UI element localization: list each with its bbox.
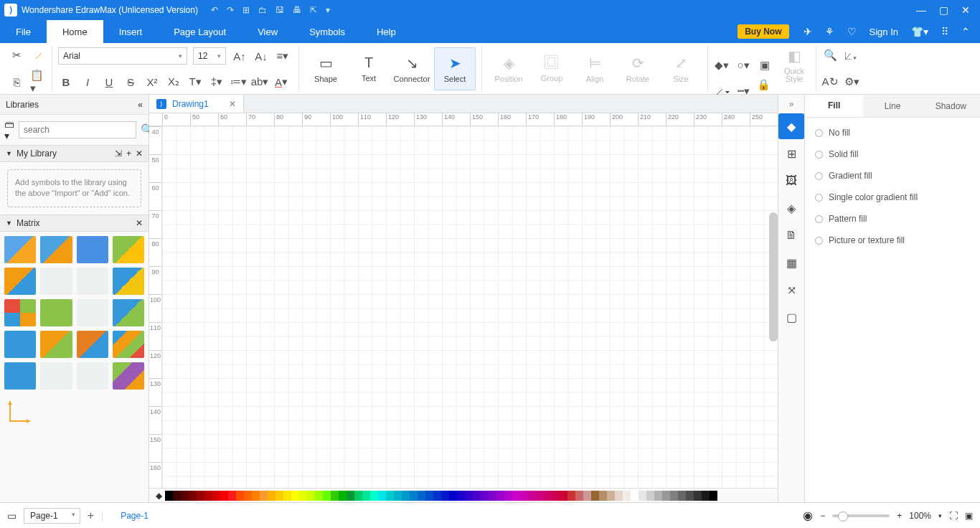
matrix-shape[interactable] bbox=[77, 236, 108, 263]
color-swatch[interactable] bbox=[236, 491, 244, 501]
group-button[interactable]: ⿴Group bbox=[531, 47, 573, 90]
color-swatch[interactable] bbox=[331, 491, 339, 501]
crop-icon[interactable]: ⟀▾ bbox=[844, 47, 859, 63]
color-swatch[interactable] bbox=[252, 491, 260, 501]
subscript-icon[interactable]: X₂ bbox=[166, 74, 182, 90]
color-swatch[interactable] bbox=[425, 491, 433, 501]
color-swatch[interactable] bbox=[489, 491, 496, 501]
color-swatch[interactable] bbox=[512, 491, 520, 501]
color-swatch[interactable] bbox=[552, 491, 560, 501]
matrix-shape[interactable] bbox=[77, 268, 108, 295]
color-swatch[interactable] bbox=[204, 491, 212, 501]
color-swatch[interactable] bbox=[702, 491, 710, 501]
color-swatch[interactable] bbox=[220, 491, 228, 501]
page-list-icon[interactable]: ▭ bbox=[7, 510, 17, 522]
zoom-in-icon[interactable]: + bbox=[897, 511, 902, 521]
quick-style-button[interactable]: ◧Quick Style bbox=[778, 47, 810, 83]
color-swatch[interactable] bbox=[623, 491, 631, 501]
color-swatch[interactable] bbox=[291, 491, 299, 501]
superscript-icon[interactable]: X² bbox=[144, 74, 160, 90]
collapse-panel-icon[interactable]: « bbox=[138, 100, 143, 110]
rotate-button[interactable]: ⟳Rotate bbox=[617, 47, 659, 90]
color-swatch[interactable] bbox=[449, 491, 457, 501]
share-icon[interactable]: ⚘ bbox=[825, 26, 834, 37]
paste-icon[interactable]: 📋▾ bbox=[30, 74, 46, 90]
fill-option[interactable]: Single color gradient fill bbox=[815, 192, 970, 202]
tab-insert[interactable]: Insert bbox=[103, 20, 159, 43]
color-swatch[interactable] bbox=[402, 491, 410, 501]
select-button[interactable]: ➤Select bbox=[434, 47, 476, 90]
cut-icon[interactable]: ✂ bbox=[9, 47, 24, 63]
export-icon[interactable]: ⇱ bbox=[310, 5, 317, 15]
tab-symbols[interactable]: Symbols bbox=[293, 20, 361, 43]
prop-tab-line[interactable]: Line bbox=[863, 95, 921, 117]
mylib-add-icon[interactable]: + bbox=[126, 148, 131, 159]
fill-option[interactable]: Pattern fill bbox=[815, 214, 970, 224]
axis-shape-icon[interactable] bbox=[7, 398, 33, 424]
layout-panel-icon[interactable]: ⊞ bbox=[778, 141, 804, 166]
tab-file[interactable]: File bbox=[0, 20, 47, 43]
send-icon[interactable]: ✈ bbox=[804, 26, 812, 37]
color-swatch[interactable] bbox=[457, 491, 465, 501]
color-swatch[interactable] bbox=[654, 491, 662, 501]
align-button[interactable]: ⊨Align bbox=[574, 47, 616, 90]
fill-tool-icon[interactable]: ◆▾ bbox=[714, 57, 730, 73]
color-swatch[interactable] bbox=[575, 491, 583, 501]
matrix-shape[interactable] bbox=[40, 299, 72, 326]
close-tab-icon[interactable]: ✕ bbox=[229, 99, 236, 109]
comment-panel-icon[interactable]: ▢ bbox=[778, 304, 804, 330]
color-swatch[interactable] bbox=[496, 491, 504, 501]
add-page-icon[interactable]: + bbox=[88, 509, 94, 522]
color-swatch[interactable] bbox=[339, 491, 347, 501]
shuffle-panel-icon[interactable]: ⤧ bbox=[778, 277, 804, 303]
line-tool-icon[interactable]: ○▾ bbox=[735, 57, 751, 73]
color-swatch[interactable] bbox=[662, 491, 670, 501]
bullets-icon[interactable]: ≔▾ bbox=[230, 74, 246, 90]
color-swatch[interactable] bbox=[686, 491, 694, 501]
color-swatch[interactable] bbox=[354, 491, 362, 501]
save-icon[interactable]: 🖫 bbox=[275, 5, 284, 15]
apps-icon[interactable]: ⠿ bbox=[941, 26, 948, 37]
matrix-shape[interactable] bbox=[77, 299, 108, 326]
color-swatch[interactable] bbox=[378, 491, 386, 501]
color-swatch[interactable] bbox=[418, 491, 425, 501]
color-swatch[interactable] bbox=[631, 491, 639, 501]
font-name-combo[interactable]: Arial bbox=[58, 47, 187, 65]
matrix-shape[interactable] bbox=[4, 268, 36, 295]
more-edit-icon[interactable]: ⚙▾ bbox=[844, 74, 859, 90]
fill-option[interactable]: No fill bbox=[815, 128, 970, 138]
copy-icon[interactable]: ⎘ bbox=[9, 74, 24, 90]
color-swatch[interactable] bbox=[583, 491, 591, 501]
color-swatch[interactable] bbox=[307, 491, 315, 501]
color-swatch[interactable] bbox=[670, 491, 678, 501]
matrix-shape[interactable] bbox=[113, 268, 144, 295]
signin-link[interactable]: Sign In bbox=[870, 27, 898, 37]
shape-button[interactable]: ▭Shape bbox=[305, 47, 347, 90]
shadow-tool-icon[interactable]: ▣ bbox=[757, 57, 773, 73]
open-icon[interactable]: 🗀 bbox=[258, 5, 267, 15]
matrix-shape[interactable] bbox=[113, 331, 144, 358]
zoom-out-icon[interactable]: − bbox=[820, 511, 825, 521]
collapse-ribbon-icon[interactable]: ⌃ bbox=[961, 26, 970, 37]
color-swatch[interactable] bbox=[473, 491, 481, 501]
color-swatch[interactable] bbox=[528, 491, 536, 501]
mylib-close-icon[interactable]: ✕ bbox=[136, 148, 143, 159]
color-swatch[interactable] bbox=[197, 491, 204, 501]
color-swatch[interactable] bbox=[260, 491, 268, 501]
matrix-shape[interactable] bbox=[40, 362, 72, 390]
color-swatch[interactable] bbox=[567, 491, 575, 501]
format-painter-icon[interactable]: ⟋ bbox=[30, 47, 46, 63]
library-menu-icon[interactable]: 🗃▾ bbox=[4, 118, 14, 141]
matrix-shape[interactable] bbox=[40, 236, 72, 263]
position-button[interactable]: ◈Position bbox=[488, 47, 529, 90]
matrix-shape[interactable] bbox=[40, 331, 72, 358]
page-panel-icon[interactable]: 🗎 bbox=[778, 222, 804, 248]
maximize-icon[interactable]: ▢ bbox=[939, 4, 948, 16]
fill-option[interactable]: Solid fill bbox=[815, 149, 970, 159]
color-swatch[interactable] bbox=[228, 491, 236, 501]
color-swatch[interactable] bbox=[607, 491, 615, 501]
color-swatch[interactable] bbox=[283, 491, 291, 501]
text-button[interactable]: TText bbox=[348, 47, 390, 90]
color-swatch[interactable] bbox=[694, 491, 702, 501]
color-swatch[interactable] bbox=[433, 491, 441, 501]
